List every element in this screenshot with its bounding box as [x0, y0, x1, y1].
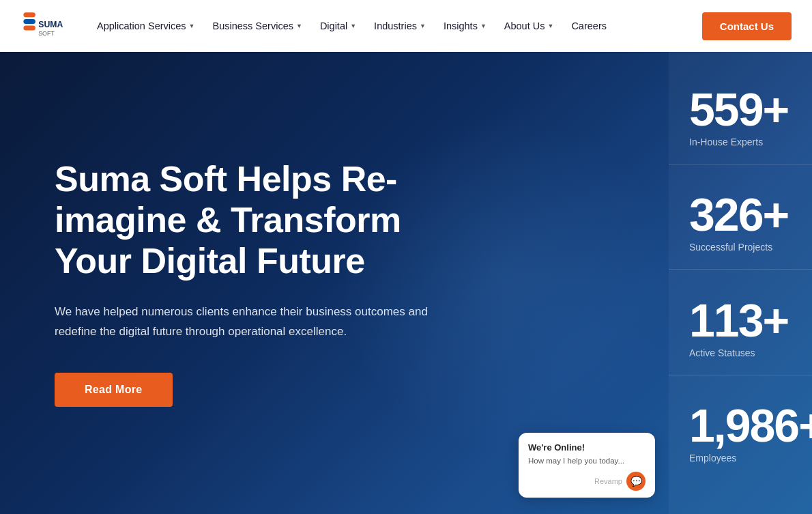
nav-item-insights[interactable]: Insights ▼ [435, 15, 495, 37]
contact-us-button[interactable]: Contact Us [702, 12, 792, 40]
logo[interactable]: SUMA SOFT [20, 9, 68, 43]
nav-item-about-us[interactable]: About Us ▼ [496, 15, 562, 37]
chevron-down-icon: ▼ [296, 23, 302, 29]
hero-subtitle: We have helped numerous clients enhance … [55, 302, 437, 342]
stats-panel: 559+ In-House Experts 326+ Successful Pr… [669, 52, 812, 514]
stat-label-active: Active Statuses [689, 347, 798, 358]
chat-brand-label: Revamp [594, 477, 622, 485]
hero-section: Suma Soft Helps Re-imagine & Transform Y… [0, 52, 812, 514]
svg-text:SUMA: SUMA [38, 20, 63, 29]
nav-links: Application Services ▼ Business Services… [89, 15, 702, 37]
stat-item-projects: 326+ Successful Projects [669, 191, 812, 270]
chat-help-text: How may I help you today... [528, 455, 646, 466]
chevron-down-icon: ▼ [480, 23, 487, 29]
nav-item-careers[interactable]: Careers [563, 15, 615, 37]
chat-widget[interactable]: We're Online! How may I help you today..… [519, 433, 655, 498]
stat-item-active: 113+ Active Statuses [669, 297, 812, 375]
hero-title: Suma Soft Helps Re-imagine & Transform Y… [55, 159, 478, 281]
stat-label-total: Employees [689, 453, 798, 463]
stat-item-total-employees: 1,986+ Employees [669, 402, 812, 480]
svg-rect-1 [23, 19, 35, 24]
chat-online-label: We're Online! [528, 442, 646, 453]
hero-content: Suma Soft Helps Re-imagine & Transform Y… [0, 118, 532, 447]
svg-text:SOFT: SOFT [38, 30, 55, 37]
svg-rect-2 [23, 26, 35, 31]
nav-item-industries[interactable]: Industries ▼ [366, 15, 434, 37]
stat-label-inhouse: In-House Experts [689, 137, 798, 147]
read-more-button[interactable]: Read More [55, 373, 173, 407]
svg-rect-0 [23, 12, 35, 17]
chat-icon-row: Revamp 💬 [528, 472, 646, 491]
chevron-down-icon: ▼ [547, 23, 553, 29]
stat-item-employees: 559+ In-House Experts [669, 86, 812, 165]
nav-item-digital[interactable]: Digital ▼ [312, 15, 364, 37]
navbar: SUMA SOFT Application Services ▼ Busines… [0, 0, 812, 52]
chevron-down-icon: ▼ [189, 23, 195, 29]
stat-number-total: 1,986+ [689, 402, 798, 448]
stat-number-active: 113+ [689, 297, 798, 343]
nav-item-application-services[interactable]: Application Services ▼ [89, 15, 203, 37]
stat-number-projects: 326+ [689, 191, 798, 238]
chevron-down-icon: ▼ [350, 23, 356, 29]
nav-item-business-services[interactable]: Business Services ▼ [205, 15, 310, 37]
chevron-down-icon: ▼ [420, 23, 426, 29]
stat-label-projects: Successful Projects [689, 242, 798, 253]
chat-send-button[interactable]: 💬 [626, 472, 646, 491]
chat-send-icon: 💬 [630, 476, 642, 487]
stat-number-inhouse: 559+ [689, 86, 798, 132]
